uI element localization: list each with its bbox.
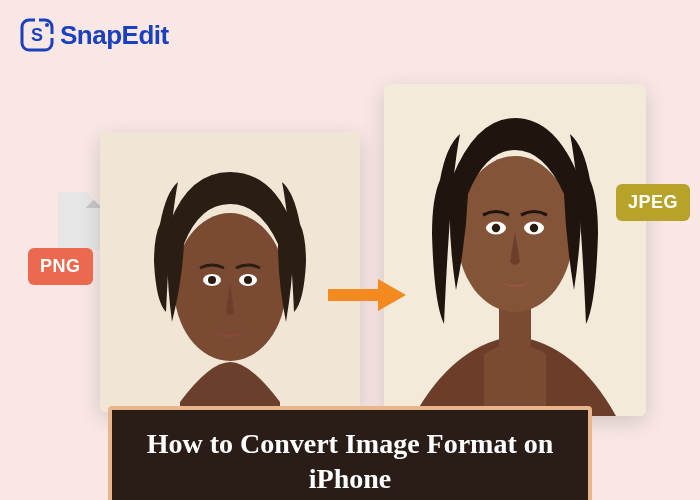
- source-image: [100, 132, 360, 412]
- title-banner: How to Convert Image Format on iPhone: [108, 406, 592, 500]
- title-text: How to Convert Image Format on iPhone: [130, 426, 570, 496]
- arrow-right-icon: [328, 275, 412, 315]
- svg-point-15: [492, 224, 500, 232]
- brand-logo: S SnapEdit: [20, 18, 169, 52]
- svg-point-3: [45, 23, 49, 27]
- svg-point-9: [244, 276, 252, 284]
- svg-text:S: S: [31, 25, 43, 45]
- snapedit-logo-icon: S: [20, 18, 54, 52]
- svg-point-8: [208, 276, 216, 284]
- target-image: [384, 84, 646, 416]
- file-icon: [58, 192, 102, 250]
- brand-name: SnapEdit: [60, 20, 169, 51]
- hero-stage: PNG JPEG How to Convert Image Format on …: [0, 70, 700, 500]
- target-format-badge: JPEG: [616, 184, 690, 221]
- source-format-badge: PNG: [28, 248, 93, 285]
- svg-point-16: [530, 224, 538, 232]
